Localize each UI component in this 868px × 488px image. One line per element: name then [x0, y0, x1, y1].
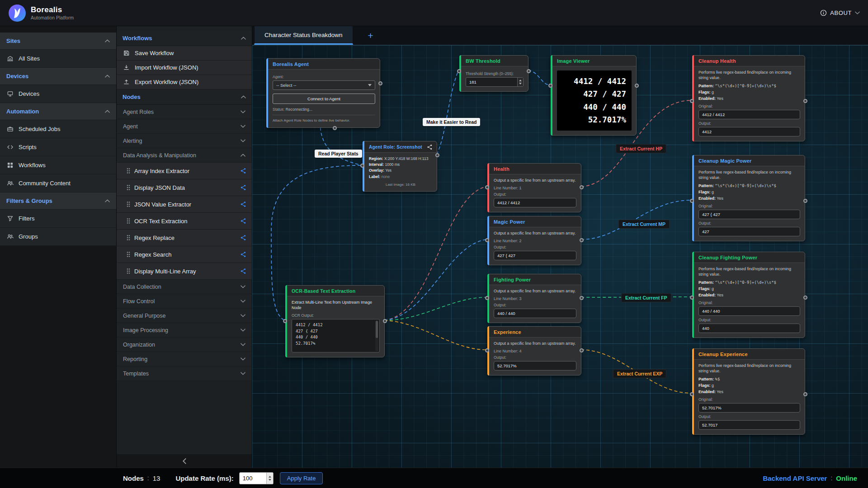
- sidebar-item-filters[interactable]: Filters: [0, 210, 116, 228]
- output-handle[interactable]: [580, 348, 584, 352]
- sidebar-section-devices[interactable]: Devices: [0, 68, 116, 85]
- apply-rate-button[interactable]: Apply Rate: [280, 472, 323, 484]
- scrollbar[interactable]: [375, 320, 378, 351]
- original-field[interactable]: 440 / 440: [698, 306, 800, 316]
- output-field[interactable]: 52.7017%: [494, 361, 576, 371]
- about-button[interactable]: ABOUT: [820, 9, 860, 16]
- share-icon[interactable]: [240, 251, 246, 258]
- share-icon[interactable]: [240, 268, 246, 274]
- output-handle[interactable]: [635, 84, 639, 88]
- sidebar-section-sites[interactable]: Sites: [0, 33, 116, 50]
- workflow-canvas[interactable]: Borealis Agent Agent: -- Select -- Conne…: [252, 45, 868, 468]
- drag-handle-icon[interactable]: [127, 201, 130, 207]
- connection-handle[interactable]: [378, 81, 382, 85]
- category-flow-control[interactable]: Flow Control: [117, 294, 252, 309]
- sidebar-item-scheduled-jobs[interactable]: Scheduled Jobs: [0, 120, 116, 138]
- node-item-json-value-extractor[interactable]: JSON Value Extractor: [117, 196, 252, 213]
- output-handle[interactable]: [383, 319, 387, 323]
- save-workflow-button[interactable]: Save Workflow: [117, 46, 252, 61]
- sidebar-item-community-content[interactable]: Community Content: [0, 174, 116, 192]
- category-reporting[interactable]: Reporting: [117, 352, 252, 366]
- drag-handle-icon[interactable]: [127, 168, 130, 174]
- sidebar-item-workflows[interactable]: Workflows: [0, 156, 116, 174]
- output-field[interactable]: 52.7017: [698, 420, 800, 430]
- node-experience[interactable]: Experience Output a specific line from a…: [487, 326, 581, 375]
- share-icon[interactable]: [240, 218, 246, 224]
- original-field[interactable]: 52.7017%: [698, 403, 800, 413]
- node-item-display-multi-line-array[interactable]: Display Multi-Line Array: [117, 263, 252, 280]
- category-organization[interactable]: Organization: [117, 338, 252, 352]
- output-field[interactable]: 440: [698, 324, 800, 333]
- spin-up-icon[interactable]: [269, 476, 271, 478]
- sidebar-section-filters-groups[interactable]: Filters & Groups: [0, 192, 116, 210]
- sidebar-section-automation[interactable]: Automation: [0, 103, 116, 120]
- output-handle[interactable]: [527, 69, 531, 73]
- drag-handle-icon[interactable]: [127, 235, 130, 241]
- input-handle[interactable]: [690, 392, 694, 396]
- output-field[interactable]: 440 / 440: [494, 309, 576, 318]
- scrollbar-thumb[interactable]: [376, 321, 378, 338]
- connection-handle[interactable]: [333, 126, 337, 130]
- node-cleanup-magic-power[interactable]: Cleanup Magic Power Performs live regex-…: [692, 155, 805, 241]
- output-handle[interactable]: [580, 238, 584, 242]
- ocr-output-textarea[interactable]: 4412 / 4412 427 { 427 440 / 440 52.7017%: [292, 319, 380, 352]
- category-image-processing[interactable]: Image Processing: [117, 323, 252, 338]
- category-agent[interactable]: Agent: [117, 119, 252, 134]
- output-field[interactable]: 4412 / 4412: [494, 198, 576, 207]
- node-item-display-json-data[interactable]: Display JSON Data: [117, 179, 252, 196]
- spinner[interactable]: [266, 473, 273, 484]
- node-item-regex-search[interactable]: Regex Search: [117, 246, 252, 263]
- add-tab-button[interactable]: +: [360, 26, 381, 45]
- node-ocr-text-extraction[interactable]: OCR-Based Text Extraction Extract Multi-…: [285, 285, 385, 357]
- share-icon[interactable]: [240, 168, 246, 174]
- drag-handle-icon[interactable]: [127, 218, 130, 224]
- output-handle[interactable]: [580, 185, 584, 189]
- collapse-panel-button[interactable]: [117, 454, 252, 468]
- input-handle[interactable]: [485, 185, 489, 189]
- category-data-analysis[interactable]: Data Analysis & Manipulation: [117, 148, 252, 163]
- spin-down-icon[interactable]: [269, 479, 271, 481]
- category-general-purpose[interactable]: General Purpose: [117, 309, 252, 323]
- category-data-collection[interactable]: Data Collection: [117, 280, 252, 294]
- output-field[interactable]: 427: [698, 227, 800, 236]
- tab-character-status-breakdown[interactable]: Character Status Breakdown: [254, 26, 353, 45]
- node-magic-power[interactable]: Magic Power Output a specific line from …: [487, 216, 581, 265]
- input-handle[interactable]: [690, 296, 694, 300]
- output-handle[interactable]: [435, 153, 439, 157]
- sidebar-item-all-sites[interactable]: All Sites: [0, 50, 116, 68]
- drag-handle-icon[interactable]: [127, 268, 130, 274]
- drag-handle-icon[interactable]: [127, 184, 130, 191]
- workflows-panel-header[interactable]: Workflows: [117, 31, 252, 46]
- category-agent-roles[interactable]: Agent Roles: [117, 105, 252, 119]
- spin-up-icon[interactable]: [519, 80, 522, 81]
- output-handle[interactable]: [580, 296, 584, 300]
- sidebar-item-devices[interactable]: Devices: [0, 85, 116, 103]
- import-workflow-button[interactable]: Import Workflow (JSON): [117, 61, 252, 75]
- sidebar-item-scripts[interactable]: Scripts: [0, 138, 116, 156]
- nodes-panel-header[interactable]: Nodes: [117, 89, 252, 105]
- share-icon[interactable]: [240, 235, 246, 241]
- input-handle[interactable]: [485, 348, 489, 352]
- output-field[interactable]: 4412: [698, 127, 800, 136]
- node-agent-role-screenshot[interactable]: Agent Role: Screenshot Region: X:200 Y:4…: [363, 141, 437, 192]
- original-field[interactable]: 4412 / 4412: [698, 110, 800, 119]
- update-rate-input[interactable]: 100: [239, 472, 274, 484]
- output-handle[interactable]: [803, 199, 807, 203]
- input-handle[interactable]: [283, 319, 287, 323]
- sidebar-item-groups[interactable]: Groups: [0, 228, 116, 246]
- share-icon[interactable]: [240, 201, 246, 207]
- input-handle[interactable]: [485, 296, 489, 300]
- node-health[interactable]: Health Output a specific line from an up…: [487, 163, 581, 212]
- node-fighting-power[interactable]: Fighting Power Output a specific line fr…: [487, 274, 581, 323]
- node-item-ocr-text-extraction[interactable]: OCR Text Extraction: [117, 213, 252, 230]
- node-borealis-agent[interactable]: Borealis Agent Agent: -- Select -- Conne…: [266, 58, 380, 128]
- export-workflow-button[interactable]: Export Workflow (JSON): [117, 75, 252, 89]
- input-handle[interactable]: [548, 84, 552, 88]
- input-handle[interactable]: [690, 199, 694, 203]
- node-cleanup-health[interactable]: Cleanup Health Performs live regex-based…: [692, 55, 805, 141]
- node-item-regex-replace[interactable]: Regex Replace: [117, 230, 252, 246]
- spin-down-icon[interactable]: [519, 83, 522, 84]
- share-icon[interactable]: [427, 144, 433, 150]
- drag-handle-icon[interactable]: [127, 251, 130, 258]
- node-item-array-index-extractor[interactable]: Array Index Extractor: [117, 163, 252, 179]
